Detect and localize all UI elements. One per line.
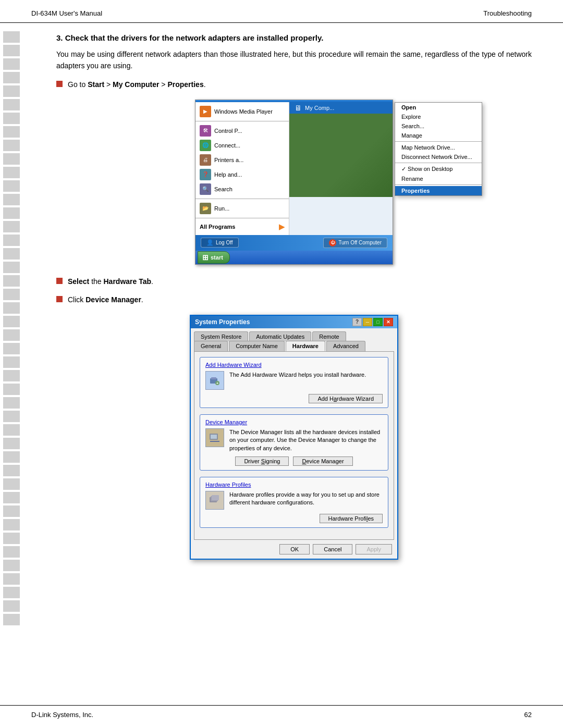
svg-rect-5 <box>211 435 217 439</box>
tab-automatic-updates[interactable]: Automatic Updates <box>249 331 311 341</box>
menu-item-search: 🔍 Search <box>195 182 289 196</box>
svg-rect-6 <box>210 441 219 442</box>
add-hardware-wizard-button[interactable]: Add Hardware Wizard <box>309 394 383 403</box>
header-right: Troubleshooting <box>483 9 532 17</box>
tab-advanced[interactable]: Advanced <box>326 341 365 351</box>
bullet-item-1: Go to Start > My Computer > Properties. <box>56 79 532 90</box>
ctx-open[interactable]: Open <box>395 103 482 112</box>
main-content: 3. Check that the drivers for the networ… <box>31 23 532 613</box>
bullet-icon-3 <box>56 296 63 302</box>
svg-text:+: + <box>216 381 218 385</box>
hardware-profiles-section: Hardware Profiles Hardware profiles prov… <box>200 477 388 528</box>
footer-left: D-Link Systems, Inc. <box>31 711 93 719</box>
menu-item-printers: 🖨 Printers a... <box>195 153 289 167</box>
ctx-map-drive[interactable]: Map Network Drive... <box>395 143 482 152</box>
all-programs-label: All Programs <box>200 224 235 230</box>
help-label: Help and... <box>214 171 242 178</box>
device-manager-description: The Device Manager lists all the hardwar… <box>229 428 383 452</box>
connect-icon: 🌐 <box>200 140 211 151</box>
tabs-row-1: System Restore Automatic Updates Remote <box>191 328 397 341</box>
desktop-preview <box>289 114 393 197</box>
start-menu-right-col: 🖥 My Comp... Open Explore Search... Mana… <box>289 102 393 235</box>
tab-system-restore[interactable]: System Restore <box>194 331 248 341</box>
bullet-text-3: Click Device Manager. <box>68 294 143 305</box>
add-hardware-title: Add Hardware Wizard <box>205 362 383 368</box>
tabs-row-2: General Computer Name Hardware Advanced <box>191 341 397 351</box>
my-computer-item[interactable]: 🖥 My Comp... <box>289 102 393 114</box>
bullet-text-1: Go to Start > My Computer > Properties. <box>68 79 206 90</box>
log-off-button[interactable]: 👤 Log Off <box>201 238 239 248</box>
apply-button[interactable]: Apply <box>356 544 392 554</box>
add-hardware-icon: + <box>205 371 224 390</box>
tab-remote[interactable]: Remote <box>312 331 346 341</box>
bullet-icon-2 <box>56 278 63 284</box>
page-footer: D-Link Systems, Inc. 62 <box>0 705 563 728</box>
all-programs-row[interactable]: All Programs ▶ <box>195 220 289 233</box>
tab-hardware[interactable]: Hardware <box>286 341 325 351</box>
device-manager-section: Device Manager The Device Manager lists … <box>200 414 388 471</box>
step-number: 3. <box>56 33 65 42</box>
section-heading: 3. Check that the drivers for the networ… <box>56 33 532 42</box>
search-icon: 🔍 <box>200 183 211 195</box>
menu-item-media-player: ▶ Windows Media Player <box>195 104 289 119</box>
bullet-item-2: Select the Hardware Tab. <box>56 276 532 287</box>
my-computer-label: My Comp... <box>305 105 334 111</box>
minimize-button[interactable]: ─ <box>363 318 372 326</box>
hardware-profiles-icon <box>205 491 224 510</box>
tab-general[interactable]: General <box>194 341 228 351</box>
ctx-disconnect-drive[interactable]: Disconnect Network Drive... <box>395 152 482 162</box>
log-off-label: Log Off <box>216 240 233 245</box>
left-decorations <box>0 31 23 625</box>
my-computer-icon: 🖥 <box>295 104 302 112</box>
close-button[interactable]: ✕ <box>384 318 393 326</box>
ctx-explore[interactable]: Explore <box>395 112 482 121</box>
svg-rect-1 <box>211 377 216 379</box>
help-button[interactable]: ? <box>352 318 362 326</box>
printers-icon: 🖨 <box>200 154 211 166</box>
menu-separator-2 <box>195 199 289 199</box>
hardware-profiles-button[interactable]: Hardware Profiles <box>320 514 383 523</box>
add-hardware-btn-row: Add Hardware Wizard <box>205 394 383 403</box>
add-hardware-content: + The Add Hardware Wizard helps you inst… <box>205 371 383 390</box>
connect-label: Connect... <box>214 142 240 149</box>
ctx-search[interactable]: Search... <box>395 121 482 131</box>
driver-signing-button[interactable]: Driver Signing <box>235 456 289 466</box>
sys-props-body: Add Hardware Wizard + The Add Hardware W… <box>194 351 394 540</box>
run-label: Run... <box>214 205 229 212</box>
menu-item-run: 📂 Run... <box>195 201 289 216</box>
sys-props-title: System Properties <box>195 318 250 326</box>
bullet-item-3: Click Device Manager. <box>56 294 532 305</box>
ok-button[interactable]: OK <box>279 544 310 554</box>
turn-off-button[interactable]: ⏻ Turn Off Computer <box>323 238 387 248</box>
tab-computer-name[interactable]: Computer Name <box>229 341 285 351</box>
bullet-text-2: Select the Hardware Tab. <box>68 276 153 287</box>
heading-text: Check that the drivers for the network a… <box>65 33 324 42</box>
sys-props-footer: OK Cancel Apply <box>191 540 397 559</box>
ctx-manage[interactable]: Manage <box>395 131 482 140</box>
help-icon: ❓ <box>200 169 211 180</box>
cancel-button[interactable]: Cancel <box>313 544 352 554</box>
device-manager-button[interactable]: Device Manager <box>293 456 352 466</box>
page-header: DI-634M User's Manual Troubleshooting <box>0 0 563 23</box>
menu-item-control-panel: 🛠 Control P... <box>195 124 289 138</box>
titlebar-controls: ? ─ □ ✕ <box>352 318 393 326</box>
device-manager-title: Device Manager <box>205 419 383 425</box>
add-hardware-description: The Add Hardware Wizard helps you instal… <box>229 371 383 379</box>
media-player-icon: ▶ <box>200 106 211 117</box>
screenshot-system-properties: System Properties ? ─ □ ✕ System Restore… <box>56 315 532 560</box>
device-manager-btn-row: Driver Signing Device Manager <box>205 456 383 466</box>
windows-logo: ⊞ <box>202 253 209 262</box>
start-menu-screenshot: ▶ Windows Media Player 🛠 Control P... 🌐 … <box>195 100 393 265</box>
hardware-profiles-btn-row: Hardware Profiles <box>205 514 383 523</box>
start-button[interactable]: ⊞ start <box>198 251 230 264</box>
ctx-properties[interactable]: Properties <box>395 186 482 195</box>
media-player-label: Windows Media Player <box>214 108 273 115</box>
menu-separator-1 <box>195 121 289 121</box>
ctx-show-desktop[interactable]: ✓ Show on Desktop <box>395 164 482 174</box>
body-text: You may be using different network adapt… <box>56 48 532 72</box>
start-label: start <box>211 254 223 261</box>
maximize-button[interactable]: □ <box>373 318 383 326</box>
ctx-rename[interactable]: Rename <box>395 174 482 183</box>
search-label: Search <box>214 186 232 192</box>
power-icon: ⏻ <box>329 239 336 246</box>
